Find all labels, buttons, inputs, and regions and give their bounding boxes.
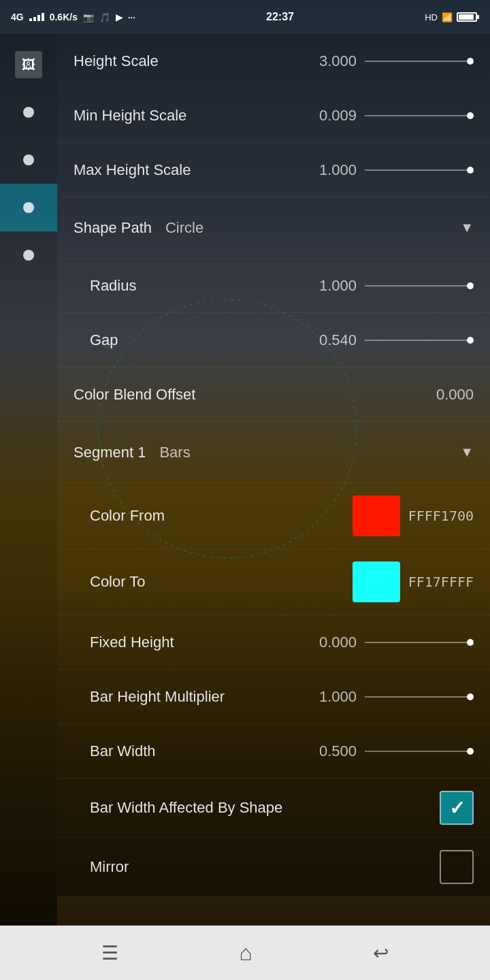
- shape-path-left: Shape Path Circle: [74, 219, 203, 237]
- setting-color-from[interactable]: Color From FFFF1700: [57, 483, 490, 549]
- hd-label: HD: [425, 12, 438, 22]
- setting-max-height-scale[interactable]: Max Height Scale 1.000: [57, 143, 490, 197]
- sidebar: 🖼: [0, 34, 57, 926]
- fixed-height-label: Fixed Height: [90, 634, 174, 651]
- sidebar-item-1[interactable]: [0, 88, 57, 136]
- height-scale-right: 3.000: [319, 52, 474, 70]
- sidebar-item-3-active[interactable]: [0, 184, 57, 231]
- settings-section: Height Scale 3.000 Min Height Scale 0.00…: [57, 34, 490, 897]
- shape-path-label: Shape Path: [74, 219, 152, 237]
- setting-min-height-scale[interactable]: Min Height Scale 0.009: [57, 88, 490, 143]
- max-height-scale-right: 1.000: [319, 161, 474, 179]
- notification-icon: 📷: [83, 12, 94, 22]
- setting-color-blend-offset[interactable]: Color Blend Offset 0.000: [57, 368, 490, 422]
- nav-dot-4: [23, 250, 34, 261]
- height-scale-slider[interactable]: [365, 61, 474, 62]
- height-scale-value: 3.000: [319, 52, 357, 70]
- min-height-scale-slider[interactable]: [365, 115, 474, 116]
- setting-radius[interactable]: Radius 1.000: [57, 259, 490, 313]
- signal-bars: [29, 13, 44, 21]
- media-icon: 🎵: [99, 12, 110, 22]
- bar-width-affected-label: Bar Width Affected By Shape: [90, 799, 282, 817]
- bar3: [37, 15, 40, 21]
- max-height-scale-label: Max Height Scale: [74, 161, 191, 179]
- max-height-scale-slider[interactable]: [365, 169, 474, 171]
- min-height-scale-value: 0.009: [319, 107, 357, 125]
- bar-height-multiplier-value: 1.000: [319, 688, 357, 706]
- setting-shape-path[interactable]: Shape Path Circle ▼: [57, 197, 490, 259]
- clock: 22:37: [266, 11, 294, 23]
- color-blend-offset-right: 0.000: [436, 386, 474, 404]
- setting-bar-width[interactable]: Bar Width 0.500: [57, 724, 490, 779]
- color-from-right: FFFF1700: [353, 495, 474, 536]
- setting-bar-height-multiplier[interactable]: Bar Height Multiplier 1.000: [57, 670, 490, 724]
- bar-width-value: 0.500: [319, 742, 357, 760]
- height-scale-label: Height Scale: [74, 52, 159, 70]
- segment-1-value: Bars: [159, 444, 190, 461]
- bottom-nav: ☰ ⌂ ↩: [0, 926, 490, 980]
- color-from-label: Color From: [90, 507, 165, 525]
- more-icon: ···: [128, 12, 135, 22]
- nav-dot-3: [23, 202, 34, 213]
- screen-icon: ▶: [116, 12, 122, 22]
- min-height-scale-right: 0.009: [319, 107, 474, 125]
- content-area: Height Scale 3.000 Min Height Scale 0.00…: [57, 34, 490, 926]
- main-layout: 🖼 Height Scale 3.000: [0, 34, 490, 926]
- bar-width-affected-checkbox[interactable]: ✓: [440, 791, 474, 825]
- bar-width-slider[interactable]: [365, 751, 474, 752]
- gap-value: 0.540: [319, 331, 357, 349]
- checkmark-icon: ✓: [449, 797, 465, 819]
- setting-bar-width-affected[interactable]: Bar Width Affected By Shape ✓: [57, 779, 490, 838]
- setting-segment-1[interactable]: Segment 1 Bars ▼: [57, 422, 490, 483]
- bar-height-multiplier-label: Bar Height Multiplier: [90, 688, 225, 706]
- color-blend-offset-value: 0.000: [436, 386, 474, 404]
- bar-height-multiplier-slider[interactable]: [365, 696, 474, 698]
- fixed-height-value: 0.000: [319, 634, 357, 651]
- radius-label: Radius: [90, 277, 136, 295]
- radius-right: 1.000: [319, 277, 474, 295]
- max-height-scale-value: 1.000: [319, 161, 357, 179]
- fixed-height-slider[interactable]: [365, 642, 474, 643]
- setting-color-to[interactable]: Color To FF17FFFF: [57, 549, 490, 615]
- segment-1-label: Segment 1: [74, 444, 146, 461]
- shape-path-dropdown-arrow[interactable]: ▼: [460, 220, 474, 235]
- back-button[interactable]: ↩: [373, 942, 389, 964]
- mirror-label: Mirror: [90, 858, 129, 876]
- gap-right: 0.540: [319, 331, 474, 349]
- nav-dot-2: [23, 154, 34, 165]
- home-button[interactable]: ⌂: [239, 941, 252, 966]
- fixed-height-right: 0.000: [319, 634, 474, 651]
- segment-1-left: Segment 1 Bars: [74, 444, 191, 461]
- battery-icon: [457, 12, 479, 22]
- color-blend-offset-label: Color Blend Offset: [74, 386, 195, 404]
- color-to-code: FF17FFFF: [408, 574, 474, 590]
- color-to-swatch[interactable]: [353, 561, 400, 602]
- gap-slider[interactable]: [365, 340, 474, 341]
- segment-1-dropdown-arrow[interactable]: ▼: [460, 444, 474, 460]
- setting-gap[interactable]: Gap 0.540: [57, 313, 490, 368]
- bar2: [33, 17, 36, 21]
- bar-width-label: Bar Width: [90, 742, 156, 760]
- sidebar-item-photo[interactable]: 🖼: [0, 41, 57, 88]
- gap-label: Gap: [90, 331, 118, 349]
- min-height-scale-label: Min Height Scale: [74, 107, 186, 125]
- sidebar-item-2[interactable]: [0, 136, 57, 184]
- status-right: HD 📶: [425, 12, 479, 22]
- signal-4g: 4G: [11, 12, 24, 22]
- color-from-swatch[interactable]: [353, 495, 400, 536]
- status-bar: 4G 0.6K/s 📷 🎵 ▶ ··· 22:37 HD 📶: [0, 0, 490, 34]
- data-speed: 0.6K/s: [50, 12, 78, 22]
- mirror-checkbox[interactable]: [440, 850, 474, 884]
- setting-mirror[interactable]: Mirror: [57, 838, 490, 897]
- setting-fixed-height[interactable]: Fixed Height 0.000: [57, 615, 490, 670]
- bar4: [42, 13, 44, 21]
- menu-button[interactable]: ☰: [101, 942, 118, 964]
- color-from-code: FFFF1700: [408, 508, 474, 524]
- shape-path-value: Circle: [165, 219, 203, 237]
- color-to-label: Color To: [90, 573, 146, 591]
- color-to-right: FF17FFFF: [353, 561, 474, 602]
- setting-height-scale[interactable]: Height Scale 3.000: [57, 34, 490, 88]
- sidebar-item-4[interactable]: [0, 231, 57, 279]
- wifi-icon: 📶: [442, 12, 453, 22]
- radius-slider[interactable]: [365, 285, 474, 287]
